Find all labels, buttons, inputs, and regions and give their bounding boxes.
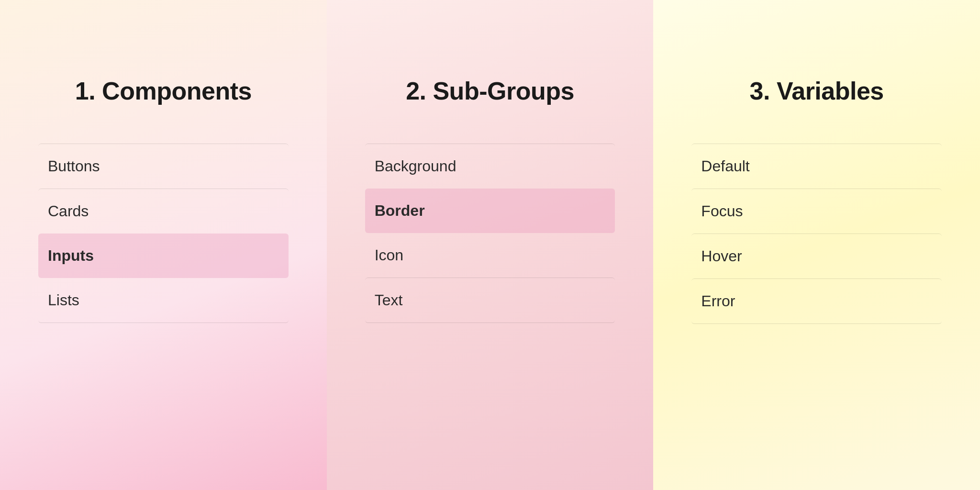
list-item-error[interactable]: Error — [691, 278, 942, 324]
variables-title: 3. Variables — [691, 77, 942, 105]
list-item-buttons[interactable]: Buttons — [38, 144, 289, 189]
list-item-border[interactable]: Border — [365, 189, 615, 233]
list-item-default[interactable]: Default — [691, 144, 942, 189]
components-title: 1. Components — [38, 77, 289, 105]
list-item-background[interactable]: Background — [365, 144, 615, 189]
components-column: 1. Components Buttons Cards Inputs Lists — [0, 0, 327, 490]
list-item-cards[interactable]: Cards — [38, 189, 289, 234]
list-item-inputs[interactable]: Inputs — [38, 234, 289, 278]
sub-groups-list: Background Border Icon Text — [365, 144, 615, 323]
variables-column: 3. Variables Default Focus Hover Error — [653, 0, 980, 490]
list-item-lists[interactable]: Lists — [38, 278, 289, 323]
list-item-focus[interactable]: Focus — [691, 189, 942, 234]
variables-list: Default Focus Hover Error — [691, 144, 942, 324]
list-item-hover[interactable]: Hover — [691, 234, 942, 278]
components-list: Buttons Cards Inputs Lists — [38, 144, 289, 323]
list-item-text[interactable]: Text — [365, 278, 615, 323]
sub-groups-column: 2. Sub-Groups Background Border Icon Tex… — [327, 0, 654, 490]
list-item-icon[interactable]: Icon — [365, 233, 615, 278]
sub-groups-title: 2. Sub-Groups — [365, 77, 615, 105]
